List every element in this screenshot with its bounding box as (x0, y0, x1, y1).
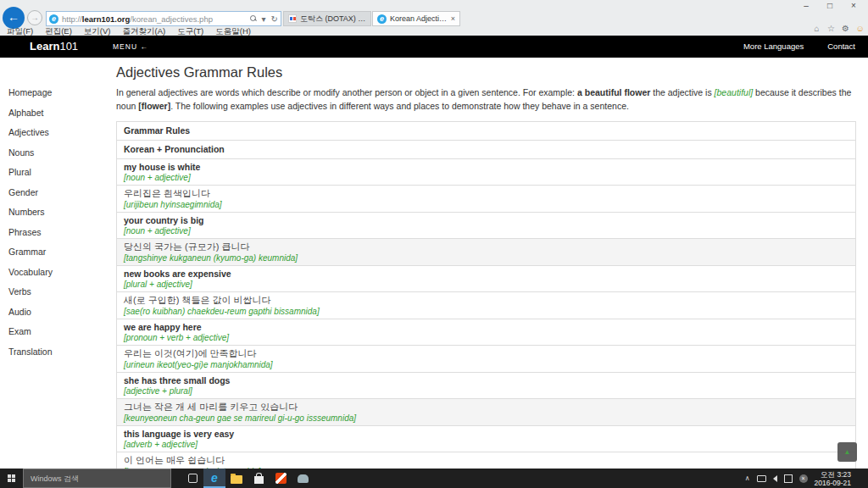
table-row: she has three small dogs[adjective + plu… (117, 373, 855, 399)
table-row: 당신의 국가는 (규모가) 큽니다[tangshinye kukganeun (… (117, 239, 855, 266)
display-icon[interactable] (757, 475, 766, 482)
ime-icon[interactable] (784, 474, 793, 483)
sentence-text: Korean + Pronunciation (124, 144, 849, 155)
table-row: 새(로 구입한) 책들은 값이 비쌉니다[sae(ro kuibhan) cha… (117, 292, 855, 319)
sidebar-item-verbs[interactable]: Verbs (0, 286, 116, 306)
minimize-button[interactable]: – (800, 0, 812, 11)
taskbar-search-input[interactable] (23, 469, 171, 488)
browser-navigation-row: ← → e http://learn101.org/korean_adjecti… (0, 11, 868, 26)
sentence-text: she has three small dogs (124, 375, 849, 385)
intro-segment: . The following examples use adjectives … (170, 101, 629, 111)
intro-segment: [beautiful] (715, 87, 754, 97)
logo-bold: Learn (30, 40, 59, 53)
structure-annotation: [adverb + adjective] (124, 440, 849, 449)
refresh-icon[interactable]: ↻ (271, 14, 278, 24)
header-link-more-languages[interactable]: More Languages (743, 42, 804, 51)
pronunciation-text: [tangshinye kukganeun (kyumo-ga) keumnid… (124, 253, 849, 263)
sidebar-item-homepage[interactable]: Homepage (0, 86, 116, 107)
taskbar-apps: e (181, 469, 314, 488)
store-button[interactable] (248, 469, 270, 488)
page-favicon-icon: e (49, 14, 58, 24)
volume-icon[interactable] (773, 475, 777, 482)
forward-button[interactable]: → (27, 10, 42, 25)
sidebar-item-audio[interactable]: Audio (0, 306, 116, 326)
menu-item[interactable]: 보기(V) (84, 26, 111, 36)
restore-button[interactable]: □ (824, 0, 836, 11)
korean-sentence: 당신의 국가는 (규모가) 큽니다 (124, 241, 849, 252)
tab-daum-cafe[interactable]: 도탁스 (DOTAX) - Daum 카페 (283, 11, 371, 26)
task-view-icon (188, 474, 198, 483)
utility-app-icon (298, 474, 309, 483)
korean-sentence: 우리는 이것(여기)에 만족합니다 (124, 348, 849, 359)
internet-explorer-button[interactable]: e (203, 469, 225, 488)
dropdown-caret-icon[interactable]: ▾ (262, 14, 266, 24)
sidebar-item-vocabulary[interactable]: Vocabulary (0, 266, 116, 286)
browser-chrome: – □ × ← → e http://learn101.org/korean_a… (0, 0, 868, 36)
site-header: Learn101 MENU ← More LanguagesContact (0, 36, 868, 58)
header-links: More LanguagesContact (743, 42, 855, 51)
tab-korean-adjectives[interactable]: e Korean Adjectives | learn10... × (372, 11, 460, 26)
office-button[interactable] (270, 469, 292, 488)
main-content: Adjectives Grammar Rules In general adje… (116, 58, 856, 488)
utility-app-button[interactable] (292, 469, 314, 488)
folder-icon (231, 475, 242, 484)
structure-annotation: [pronoun + verb + adjective] (124, 333, 849, 342)
site-logo[interactable]: Learn101 (30, 40, 78, 53)
taskbar: e ∧ × 오전 3:23 2016-09-21 (0, 469, 868, 488)
task-view-button[interactable] (181, 469, 203, 488)
sentence-text: new books are expensive (124, 269, 849, 279)
menu-item[interactable]: 도구(T) (177, 26, 203, 36)
menu-item[interactable]: 즐겨찾기(A) (122, 26, 165, 36)
sidebar-item-alphabet[interactable]: Alphabet (0, 107, 116, 127)
notification-badge-icon[interactable]: × (799, 474, 808, 483)
table-row: this language is very easy[adverb + adje… (117, 426, 855, 452)
menu-item[interactable]: 파일(F) (7, 26, 33, 36)
table-row: my house is white[noun + adjective] (117, 159, 855, 186)
windows-logo-icon (8, 474, 15, 482)
table-row: new books are expensive[plural + adjecti… (117, 266, 855, 292)
system-tray: ∧ × 오전 3:23 2016-09-21 (745, 469, 868, 488)
chevron-up-icon: ▲ (844, 448, 851, 456)
structure-annotation: [noun + adjective] (124, 173, 849, 182)
korean-sentence: 새(로 구입한) 책들은 값이 비쌉니다 (124, 295, 849, 306)
taskbar-clock[interactable]: 오전 3:23 2016-09-21 (815, 470, 854, 487)
internet-explorer-icon: e (211, 472, 218, 484)
file-explorer-button[interactable] (225, 469, 248, 488)
pronunciation-text: [urineun ikeot(yeo-gi)e manjokhamnida] (124, 360, 849, 369)
korean-sentence: 이 언어는 매우 쉽습니다 (124, 455, 849, 466)
menu-toggle-button[interactable]: MENU ← (113, 42, 148, 51)
sidebar-item-grammar[interactable]: Grammar (0, 246, 116, 266)
url-text[interactable]: http://learn101.org/korean_adjectives.ph… (62, 14, 250, 24)
sentence-text: we are happy here (124, 322, 849, 332)
sidebar-item-phrases[interactable]: Phrases (0, 226, 116, 247)
back-to-top-button[interactable]: ▲ (837, 442, 857, 462)
tab-label: 도탁스 (DOTAX) - Daum 카페 (300, 14, 366, 25)
table-header-row: Grammar Rules (117, 122, 855, 141)
menu-item[interactable]: 도움말(H) (215, 26, 251, 36)
sidebar-nav: HomepageAlphabetAdjectivesNounsPluralGen… (0, 58, 116, 365)
hidden-icons-chevron-icon[interactable]: ∧ (745, 474, 750, 482)
sidebar-item-exam[interactable]: Exam (0, 325, 116, 346)
table-row: 우리는 이것(여기)에 만족합니다[urineun ikeot(yeo-gi)e… (117, 346, 855, 373)
logo-suffix: 101 (59, 40, 78, 53)
sidebar-item-gender[interactable]: Gender (0, 186, 116, 207)
grammar-table: Grammar RulesKorean + Pronunciationmy ho… (116, 121, 856, 488)
sidebar-item-numbers[interactable]: Numbers (0, 206, 116, 226)
tab-label: Korean Adjectives | learn10... (390, 14, 448, 23)
sidebar-item-plural[interactable]: Plural (0, 166, 116, 186)
address-bar[interactable]: e http://learn101.org/korean_adjectives.… (46, 11, 281, 26)
table-row: 그녀는 작은 개 세 마리를 키우고 있습니다[keunyeoneun cha-… (117, 399, 855, 426)
sidebar-item-nouns[interactable]: Nouns (0, 147, 116, 167)
sidebar-item-adjectives[interactable]: Adjectives (0, 126, 116, 147)
table-row: 우리집은 흰색입니다[urijibeun hyinsaegimnida] (117, 186, 855, 213)
sentence-text: your country is big (124, 215, 849, 225)
table-row: your country is big[noun + adjective] (117, 213, 855, 239)
pronunciation-text: [sae(ro kuibhan) chaekdeu-reum gapthi bi… (124, 307, 849, 316)
header-link-contact[interactable]: Contact (827, 42, 855, 51)
start-button[interactable] (0, 469, 23, 488)
close-button[interactable]: × (848, 0, 860, 11)
sidebar-item-translation[interactable]: Translation (0, 346, 116, 366)
tab-close-icon[interactable]: × (451, 14, 455, 23)
search-icon[interactable] (250, 15, 257, 22)
menu-item[interactable]: 편집(E) (45, 26, 72, 36)
